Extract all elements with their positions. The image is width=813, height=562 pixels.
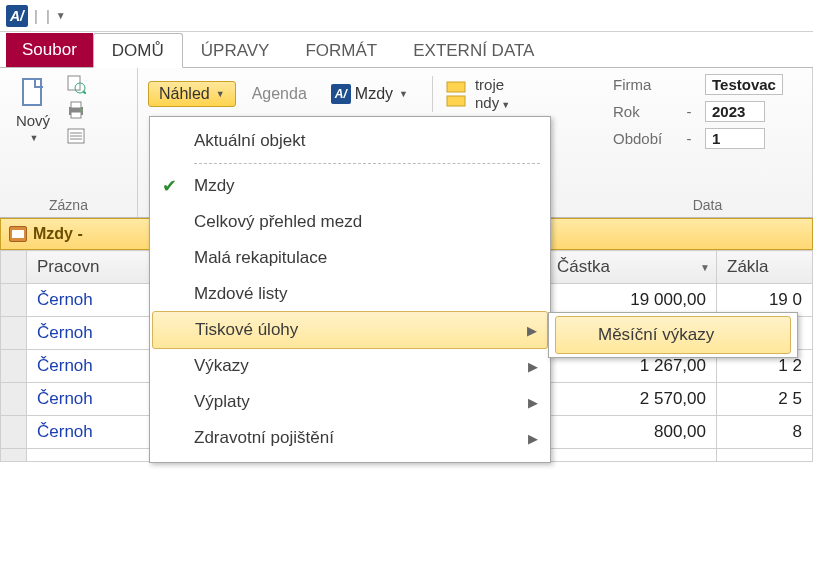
submenu-tiskove-ulohy: Měsíční výkazy	[548, 312, 798, 358]
submenu-arrow-icon: ▶	[528, 359, 538, 374]
cell-castka[interactable]: 800,00	[547, 416, 717, 449]
new-record-button[interactable]: Nový ▼	[6, 72, 60, 195]
ribbon-group-data: Firma Testovac Rok - 2023 Období - 1 Dat…	[603, 68, 813, 217]
menu-item-label: Malá rekapitulace	[194, 248, 327, 268]
chevron-down-icon: ▼	[216, 89, 225, 99]
tab-format[interactable]: FORMÁT	[287, 34, 395, 67]
qat-separator: |	[32, 7, 40, 24]
dash: -	[683, 103, 695, 120]
ribbon-group-zaznamy: Nový ▼ Zázna	[0, 68, 138, 217]
nastroje-label1: troje	[475, 76, 510, 94]
menu-item-label: Mzdy	[194, 176, 235, 196]
firma-value[interactable]: Testovac	[705, 74, 783, 95]
col-header-castka[interactable]: Částka▼	[547, 251, 717, 284]
chevron-down-icon: ▼	[30, 133, 39, 143]
submenu-arrow-icon: ▶	[528, 431, 538, 446]
cell-zaklad[interactable]	[717, 449, 813, 462]
rok-label: Rok	[613, 103, 673, 120]
chevron-down-icon: ▼	[501, 100, 510, 110]
menu-item-label: Aktuální objekt	[194, 131, 306, 151]
chevron-down-icon[interactable]: ▼	[700, 262, 710, 273]
row-selector[interactable]	[1, 284, 27, 317]
svg-rect-13	[447, 96, 465, 106]
app-icon: A/	[6, 5, 28, 27]
ribbon-group-view: Náhled ▼ Aktuální objekt ✔ Mzdy Celkový …	[138, 68, 603, 217]
ribbon: Nový ▼ Zázna Náhled ▼ Aktuální objekt	[0, 68, 813, 218]
menu-item-mzdove-listy[interactable]: Mzdové listy	[150, 276, 550, 312]
menu-item-label: Výkazy	[194, 356, 249, 376]
document-icon	[17, 76, 49, 108]
select-all-cell[interactable]	[1, 251, 27, 284]
submenu-item-mesicni-vykazy[interactable]: Měsíční výkazy	[555, 316, 791, 354]
tab-upravy[interactable]: ÚPRAVY	[183, 34, 288, 67]
rok-value[interactable]: 2023	[705, 101, 765, 122]
dash: -	[683, 130, 695, 147]
nastroje-label2: ndy	[475, 94, 499, 111]
menu-item-zdravotni-pojisteni[interactable]: Zdravotní pojištění ▶	[150, 420, 550, 456]
row-selector[interactable]	[1, 383, 27, 416]
app-icon: A/	[331, 84, 351, 104]
svg-line-3	[83, 91, 86, 94]
menu-item-label: Tiskové úlohy	[195, 320, 298, 340]
nahled-label: Náhled	[159, 85, 210, 103]
row-selector[interactable]	[1, 317, 27, 350]
table-icon	[9, 226, 27, 242]
menu-item-celkovy-prehled[interactable]: Celkový přehled mezd	[150, 204, 550, 240]
menu-item-label: Celkový přehled mezd	[194, 212, 362, 232]
chevron-down-icon: ▼	[399, 89, 408, 99]
row-selector[interactable]	[1, 449, 27, 462]
menu-item-tiskove-ulohy[interactable]: Tiskové úlohy ▶ Měsíční výkazy	[152, 311, 548, 349]
col-header-zaklad[interactable]: Zákla	[717, 251, 813, 284]
col-label: Částka	[557, 257, 610, 276]
new-record-label: Nový	[16, 112, 50, 129]
menu-item-vyplaty[interactable]: Výplaty ▶	[150, 384, 550, 420]
row-selector[interactable]	[1, 416, 27, 449]
obdobi-label: Období	[613, 130, 673, 147]
print-icon[interactable]	[66, 100, 86, 120]
group-label-data: Data	[613, 195, 802, 217]
group-label-zaznamy: Zázna	[6, 195, 131, 217]
qat-dropdown-icon[interactable]: ▼	[56, 10, 66, 21]
datasheet-title: Mzdy -	[33, 225, 83, 243]
tools-icon[interactable]	[443, 78, 469, 110]
svg-point-7	[80, 109, 82, 111]
col-label: Pracovn	[37, 257, 99, 276]
cell-castka[interactable]: 2 570,00	[547, 383, 717, 416]
menu-item-vykazy[interactable]: Výkazy ▶	[150, 348, 550, 384]
submenu-arrow-icon: ▶	[527, 323, 537, 338]
title-bar: A/ | | ▼	[0, 0, 813, 32]
print-preview-icon[interactable]	[66, 74, 86, 94]
menu-item-mala-rekapitulace[interactable]: Malá rekapitulace	[150, 240, 550, 276]
tab-file[interactable]: Soubor	[6, 33, 93, 67]
cell-zaklad[interactable]: 8	[717, 416, 813, 449]
menu-item-label: Měsíční výkazy	[598, 325, 714, 345]
agenda-label: Agenda	[252, 85, 307, 103]
agenda-button[interactable]: Agenda	[244, 82, 315, 106]
menu-item-label: Zdravotní pojištění	[194, 428, 334, 448]
firma-label: Firma	[613, 76, 673, 93]
svg-rect-12	[447, 82, 465, 92]
nahled-button[interactable]: Náhled ▼ Aktuální objekt ✔ Mzdy Celkový …	[148, 81, 236, 107]
menu-item-aktualni-objekt[interactable]: Aktuální objekt	[150, 123, 550, 159]
tab-externi-data[interactable]: EXTERNÍ DATA	[395, 34, 552, 67]
cell-zaklad[interactable]: 2 5	[717, 383, 813, 416]
nahled-menu: Aktuální objekt ✔ Mzdy Celkový přehled m…	[149, 116, 551, 463]
row-selector[interactable]	[1, 350, 27, 383]
svg-rect-5	[71, 102, 81, 108]
submenu-arrow-icon: ▶	[528, 395, 538, 410]
menu-item-mzdy[interactable]: ✔ Mzdy	[150, 168, 550, 204]
ribbon-tabs: Soubor DOMŮ ÚPRAVY FORMÁT EXTERNÍ DATA	[0, 32, 813, 68]
check-icon: ✔	[162, 175, 177, 197]
col-label: Zákla	[727, 257, 769, 276]
menu-item-label: Mzdové listy	[194, 284, 288, 304]
cell-castka[interactable]	[547, 449, 717, 462]
qat-separator: |	[44, 7, 52, 24]
mzdy-button[interactable]: A/ Mzdy ▼	[323, 81, 416, 107]
mzdy-label: Mzdy	[355, 85, 393, 103]
menu-item-label: Výplaty	[194, 392, 250, 412]
obdobi-value[interactable]: 1	[705, 128, 765, 149]
tab-domu[interactable]: DOMŮ	[93, 33, 183, 68]
menu-separator	[194, 163, 540, 164]
svg-rect-0	[23, 79, 41, 105]
list-icon[interactable]	[66, 126, 86, 146]
